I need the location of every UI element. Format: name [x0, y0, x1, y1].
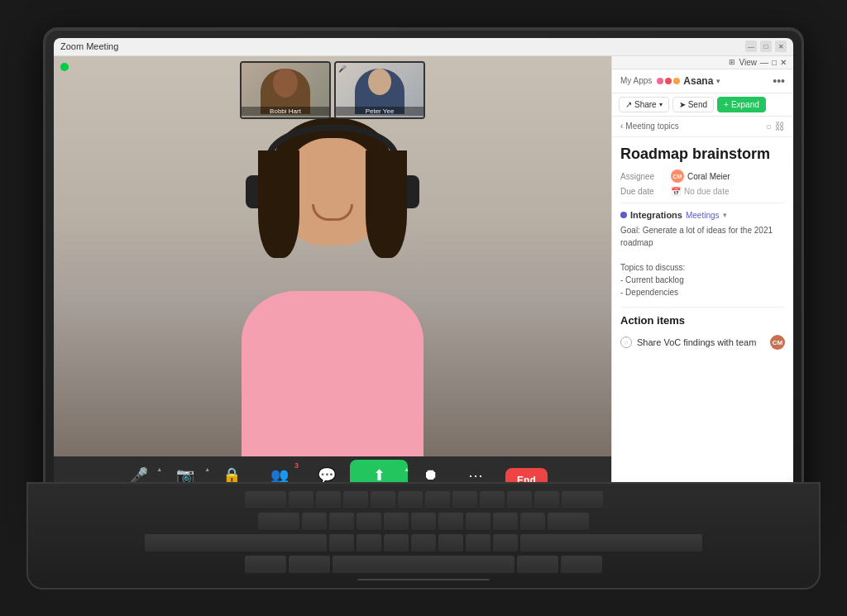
zoom-main-content: Bobbi Hart 🎤 Peter Yee	[54, 56, 793, 504]
integrations-header: Integrations Meetings ▾	[620, 210, 785, 220]
key-e	[343, 491, 368, 509]
hair-left	[258, 150, 299, 258]
check-icon: ○	[624, 339, 629, 346]
hair-right	[366, 150, 407, 258]
key-row-3	[45, 534, 802, 552]
breadcrumb-label: Meeting topics	[625, 122, 678, 131]
key-x	[357, 534, 381, 552]
key-alt-r	[517, 556, 558, 574]
main-video: Bobbi Hart 🎤 Peter Yee	[54, 56, 611, 456]
key-c	[384, 534, 409, 552]
breadcrumb-icons: ○ ⛓	[766, 121, 785, 132]
key-m	[493, 534, 518, 552]
assignee-avatar: CM	[671, 170, 684, 183]
key-row-4	[45, 556, 802, 574]
task-title: Roadmap brainstorm	[620, 146, 785, 164]
trackpad[interactable]	[357, 579, 490, 580]
view-label: View	[739, 58, 757, 67]
key-d	[357, 513, 381, 531]
key-a	[302, 513, 327, 531]
view-icon: ⊞	[729, 58, 735, 66]
mute-arrow: ▲	[156, 466, 162, 472]
key-n	[466, 534, 490, 552]
share-chevron: ▾	[659, 101, 663, 108]
titlebar-restore[interactable]: □	[772, 58, 777, 67]
keyboard-rows	[45, 491, 802, 574]
assignee-row: Assignee CM Coral Meier	[620, 170, 785, 183]
back-icon: ‹	[620, 122, 623, 131]
send-label: Send	[688, 100, 707, 109]
titlebar-controls: — □ ✕	[745, 41, 787, 52]
share-button[interactable]: ↗ Share ▾	[619, 97, 669, 112]
key-h	[438, 513, 463, 531]
due-date-row: Due date 📅 No due date	[620, 187, 785, 196]
integrations-tag: Meetings	[686, 211, 720, 220]
key-v	[411, 534, 436, 552]
titlebar-minimize[interactable]: —	[760, 58, 768, 67]
key-f	[384, 513, 409, 531]
smile	[312, 204, 353, 221]
zoom-title: Zoom Meeting	[60, 41, 740, 51]
screen-content: Zoom Meeting — □ ✕	[54, 38, 793, 504]
share-icon: ↗	[625, 100, 632, 109]
thumbnail-label-1: Bobbi Hart	[242, 107, 329, 116]
key-ctrl-r	[561, 556, 602, 574]
titlebar-close-asana[interactable]: ✕	[780, 58, 787, 67]
key-z	[329, 534, 354, 552]
tablet-screen: Zoom Meeting — □ ✕	[43, 27, 804, 515]
integrations-chevron[interactable]: ▾	[723, 211, 727, 219]
action-text-1: Share VoC findings with team	[637, 337, 765, 347]
breadcrumb[interactable]: ‹ Meeting topics	[620, 122, 679, 131]
check-circle-icon[interactable]: ○	[766, 121, 772, 132]
key-t	[398, 491, 423, 509]
integration-dot	[620, 212, 627, 218]
key-tab	[245, 491, 286, 509]
integrations-label: Integrations	[630, 210, 682, 220]
asana-app-row: My Apps Asana ▾	[620, 75, 720, 87]
divider-1	[620, 203, 785, 203]
action-item-1: ○ Share VoC findings with team CM	[620, 332, 785, 353]
key-r	[371, 491, 395, 509]
close-button[interactable]: ✕	[775, 41, 787, 52]
divider-2	[620, 307, 785, 308]
due-date-label: Due date	[620, 187, 666, 196]
action-items-title: Action items	[620, 314, 785, 327]
minimize-button[interactable]: —	[745, 41, 757, 52]
send-button[interactable]: ➤ Send	[672, 97, 714, 112]
asana-task-body: Roadmap brainstorm Assignee CM Coral Mei…	[612, 137, 793, 504]
key-row-2	[45, 513, 802, 531]
video-arrow: ▲	[204, 466, 210, 472]
body-shirt	[242, 291, 424, 456]
share-label: Share	[634, 100, 657, 109]
key-alt-l	[289, 556, 330, 574]
key-y	[425, 491, 450, 509]
key-ctrl-l	[245, 556, 286, 574]
link-icon[interactable]: ⛓	[775, 121, 785, 132]
device: Zoom Meeting — □ ✕	[43, 27, 804, 590]
participants-badge: 3	[294, 461, 299, 470]
thumbnail-bobbi-hart: Bobbi Hart	[240, 61, 331, 119]
action-assignee-avatar-1: CM	[770, 335, 785, 350]
asana-app-name: Asana	[683, 75, 713, 87]
mic-muted-icon: 🎤	[338, 65, 347, 73]
thumbnail-peter-yee: 🎤 Peter Yee	[334, 61, 425, 119]
assignee-name: Coral Meier	[687, 172, 730, 181]
due-date-text: No due date	[684, 187, 730, 196]
key-g	[411, 513, 436, 531]
key-backspace	[562, 491, 603, 509]
key-u	[452, 491, 477, 509]
main-speaker-figure	[200, 109, 465, 456]
asana-more-button[interactable]: •••	[773, 74, 785, 88]
expand-button[interactable]: + Expand	[717, 97, 766, 112]
keyboard	[26, 482, 821, 590]
maximize-button[interactable]: □	[760, 41, 772, 52]
action-check-1[interactable]: ○	[620, 337, 632, 348]
key-k	[493, 513, 518, 531]
key-shift-right	[520, 534, 702, 552]
asana-app-chevron[interactable]: ▾	[716, 77, 720, 85]
key-j	[466, 513, 490, 531]
my-apps-label: My Apps	[620, 76, 652, 85]
asana-logo[interactable]: Asana ▾	[657, 75, 720, 87]
share-arrow: ▲	[404, 466, 409, 472]
video-area: Bobbi Hart 🎤 Peter Yee	[54, 56, 611, 504]
